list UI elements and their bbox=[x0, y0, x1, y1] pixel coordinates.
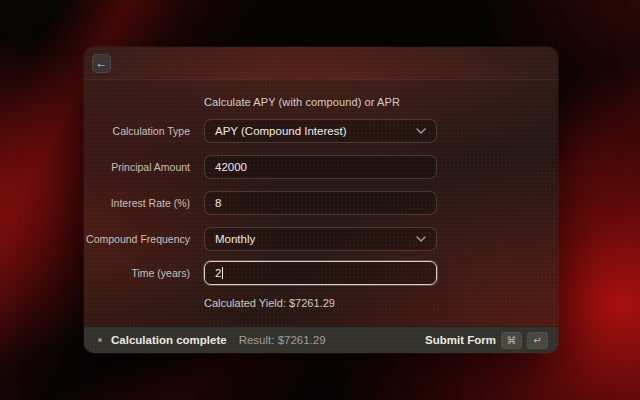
calculation-type-select[interactable]: APY (Compound Interest) bbox=[204, 119, 437, 143]
form-title: Calculate APY (with compound) or APR bbox=[204, 96, 400, 108]
calculated-yield-text: Calculated Yield: $7261.29 bbox=[204, 297, 335, 309]
status-result: Result: $7261.29 bbox=[239, 334, 326, 346]
interest-rate-label: Interest Rate (%) bbox=[84, 197, 190, 209]
compound-frequency-label: Compound Frequency bbox=[84, 233, 190, 245]
principal-amount-input[interactable]: 42000 bbox=[204, 155, 437, 179]
principal-amount-label: Principal Amount bbox=[84, 161, 190, 173]
status-message: Calculation complete bbox=[111, 334, 227, 346]
form-row-principal-amount: Principal Amount 42000 bbox=[84, 155, 558, 179]
time-years-input[interactable]: 2 bbox=[204, 261, 437, 285]
command-key-icon: ⌘ bbox=[501, 332, 522, 349]
form-row-time-years: Time (years) 2 bbox=[84, 261, 558, 285]
interest-rate-value: 8 bbox=[215, 197, 221, 209]
chevron-down-icon bbox=[416, 128, 426, 134]
chevron-down-icon bbox=[416, 236, 426, 242]
form-row-calculation-type: Calculation Type APY (Compound Interest) bbox=[84, 119, 558, 143]
compound-frequency-value: Monthly bbox=[215, 233, 255, 245]
status-dot-icon bbox=[98, 338, 102, 342]
calculation-type-label: Calculation Type bbox=[84, 125, 190, 137]
form-row-compound-frequency: Compound Frequency Monthly bbox=[84, 227, 558, 251]
status-bar: Calculation complete Result: $7261.29 Su… bbox=[84, 326, 558, 353]
form-window: ← Calculate APY (with compound) or APR C… bbox=[84, 47, 558, 353]
return-key-icon: ↵ bbox=[527, 332, 548, 349]
compound-frequency-select[interactable]: Monthly bbox=[204, 227, 437, 251]
text-cursor bbox=[222, 267, 223, 279]
time-years-label: Time (years) bbox=[84, 267, 190, 279]
arrow-left-icon: ← bbox=[96, 56, 108, 70]
calculation-type-value: APY (Compound Interest) bbox=[215, 125, 346, 137]
principal-amount-value: 42000 bbox=[215, 161, 247, 173]
interest-rate-input[interactable]: 8 bbox=[204, 191, 437, 215]
window-header: ← bbox=[84, 47, 558, 80]
time-years-value: 2 bbox=[215, 267, 221, 279]
submit-form-button[interactable]: Submit Form bbox=[425, 334, 496, 346]
back-button[interactable]: ← bbox=[92, 54, 111, 73]
form-row-interest-rate: Interest Rate (%) 8 bbox=[84, 191, 558, 215]
